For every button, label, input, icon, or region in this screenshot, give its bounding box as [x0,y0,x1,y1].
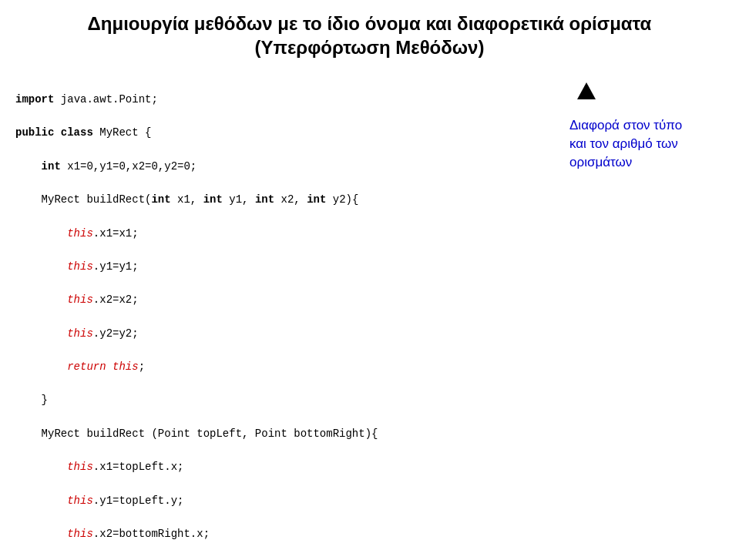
code-line-6: this.y1=y1; [15,259,554,276]
code-line-12: this.x1=topLeft.x; [15,459,554,476]
code-line-14: this.x2=bottomRight.x; [15,526,554,543]
arrow-container [577,82,596,101]
code-line-2: public class MyRect { [15,125,554,142]
code-line-3: int x1=0,y1=0,x2=0,y2=0; [15,159,554,176]
code-line-1: import java.awt.Point; [15,92,554,109]
code-line-4: MyRect buildRect(int x1, int y1, int x2,… [15,192,554,209]
annotation-text: Διαφορά στον τύπο και τον αριθμό των ορι… [569,116,682,171]
code-line-9: return this; [15,359,554,376]
code-block: import java.awt.Point; public class MyRe… [15,75,554,560]
up-arrow-icon [577,82,596,99]
code-line-5: this.x1=x1; [15,226,554,243]
code-line-13: this.y1=topLeft.y; [15,493,554,510]
sidebar-annotation: Διαφορά στον τύπο και τον αριθμό των ορι… [569,82,724,171]
code-line-8: this.y2=y2; [15,326,554,343]
code-line-10: } [15,392,554,409]
page-title: Δημιουργία μεθόδων με το ίδιο όνομα και … [15,12,724,59]
code-line-11: MyRect buildRect (Point topLeft, Point b… [15,426,554,443]
page-container: Δημιουργία μεθόδων με το ίδιο όνομα και … [0,0,739,560]
title-area: Δημιουργία μεθόδων με το ίδιο όνομα και … [15,8,724,59]
main-content: import java.awt.Point; public class MyRe… [15,75,724,560]
code-line-7: this.x2=x2; [15,292,554,309]
